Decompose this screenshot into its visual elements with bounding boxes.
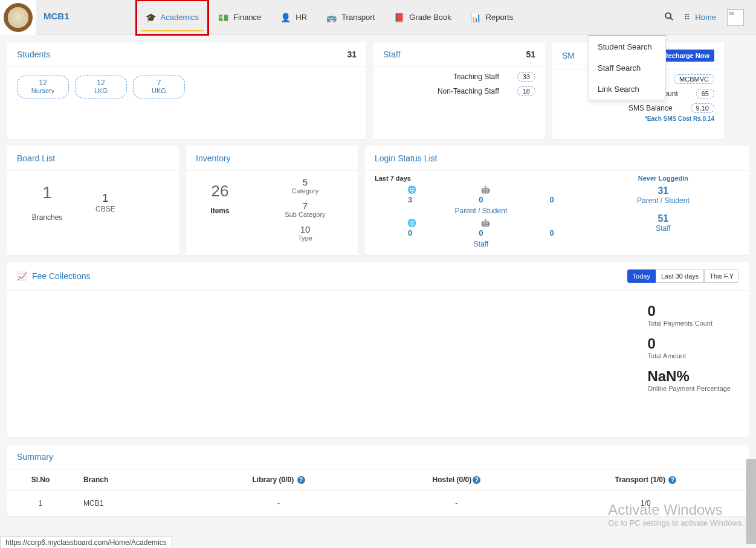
search-link[interactable]: Link Search [589,79,665,100]
cell-branch: MCB1 [74,491,187,517]
tab-transport[interactable]: 🚌 Transport [317,0,384,35]
nonteaching-staff-chip[interactable]: 18 [517,86,535,96]
sms-count-chip[interactable]: 65 [696,89,714,98]
search-student[interactable]: Student Search [589,36,665,57]
class-pill-ukg[interactable]: 7 UKG [133,76,185,98]
sms-balance-chip[interactable]: 9.10 [691,103,714,113]
search-icon[interactable] [665,12,673,22]
amount-total: 0 [647,335,731,352]
sms-balance-row: SMS Balance 9.10 [562,101,714,115]
never-ps-label[interactable]: Parent / Student [587,196,739,205]
nav-right: ⠿ Home [665,0,756,34]
never-ps-count[interactable]: 31 [587,185,739,196]
login-status-card: Login Status List Last 7 days 🌐 🤖 3 0 0 … [365,146,749,255]
svg-line-1 [671,18,673,20]
col-hostel: Hostel (0/0)? [370,469,543,491]
board-card: Board List 1 Branches 1 CBSE [7,146,179,255]
login-status-title[interactable]: Login Status List [375,153,438,163]
fee-title[interactable]: 📈 Fee Collections [17,271,91,281]
summary-title[interactable]: Summary [7,445,749,469]
col-transport: Transport (1/0) ? [543,469,749,491]
never-staff-count[interactable]: 51 [587,213,739,224]
cell-transport: 1/0 [543,491,749,517]
money-icon: 💵 [218,13,228,22]
staff-apple-count[interactable]: 0 [550,228,554,237]
ps-apple-count[interactable]: 0 [550,195,554,204]
brand-name[interactable]: MCB1 [36,0,82,34]
tab-finance[interactable]: 💵 Finance [208,0,271,35]
inventory-items-count: 26 [196,182,244,201]
web-icon: 🌐 [407,185,416,194]
graduation-cap-icon: 🎓 [146,13,156,22]
seg-fy[interactable]: This F.Y [704,269,739,283]
sms-title[interactable]: SM [562,51,575,60]
school-logo[interactable] [4,3,33,32]
class-pill-nursery[interactable]: 12 Nursery [17,76,69,98]
branches-count: 1 [17,183,77,202]
staff-android-count[interactable]: 0 [479,228,483,237]
search-staff[interactable]: Staff Search [589,57,665,79]
tab-hr[interactable]: 👤 HR [271,0,317,35]
help-icon[interactable]: ? [668,476,676,484]
bus-icon: 🚌 [326,13,337,22]
col-branch: Branch [74,469,187,491]
ps-web-count[interactable]: 3 [408,195,412,204]
staff-title[interactable]: Staff [383,50,401,59]
sms-sender-chip[interactable]: MCBMVC [674,74,714,84]
inventory-title[interactable]: Inventory [196,153,231,163]
book-icon: 📕 [394,13,404,22]
tab-academics[interactable]: 🎓 Academics [136,0,209,35]
fee-period-segments: Today Last 30 days This F.Y [627,269,739,283]
tab-label: HR [296,13,307,22]
help-icon[interactable]: ? [297,476,305,484]
staff-count: 51 [526,50,535,59]
teaching-staff-row: Teaching Staff 33 [383,69,535,84]
board-title[interactable]: Board List [17,153,55,163]
col-slno: Sl.No [7,469,74,491]
user-icon: 👤 [280,13,291,22]
search-dropdown: Student Search Staff Search Link Search [589,35,666,100]
seg-today[interactable]: Today [627,269,656,283]
ps-android-count[interactable]: 0 [479,195,483,204]
tab-label: Transport [341,13,375,22]
ps-link[interactable]: Parent / Student [375,207,587,215]
class-pill-lkg[interactable]: 12 LKG [75,76,127,98]
teaching-staff-chip[interactable]: 33 [517,72,535,82]
never-staff-label[interactable]: Staff [587,224,739,233]
board-list-count: 1 [95,192,115,205]
nonteaching-staff-row: Non-Teaching Staff 18 [383,84,535,98]
tab-reports[interactable]: 📊 Reports [461,0,523,35]
help-icon[interactable]: ? [473,476,480,484]
online-pct: NaN% [647,368,731,385]
logo-wrap [0,0,36,35]
summary-table: Sl.No Branch Library (0/0) ? Hostel (0/0… [7,469,749,516]
seg-last30[interactable]: Last 30 days [656,269,704,283]
board-list-label: CBSE [95,205,115,213]
svg-point-0 [666,13,671,18]
payments-count: 0 [647,303,731,320]
staff-card: Staff 51 Teaching Staff 33 Non-Teaching … [373,42,545,139]
inventory-items-label: Items [196,207,244,215]
broken-image-icon[interactable] [727,9,744,26]
staff-link[interactable]: Staff [375,240,587,248]
top-navbar: MCB1 🎓 Academics 💵 Finance 👤 HR 🚌 Transp… [0,0,756,35]
branches-label: Branches [17,213,77,222]
tab-gradebook[interactable]: 📕 Grade Book [384,0,460,35]
home-link[interactable]: ⠿ Home [684,13,716,22]
table-header-row: Sl.No Branch Library (0/0) ? Hostel (0/0… [7,469,749,491]
col-library: Library (0/0) ? [187,469,370,491]
android-icon: 🤖 [481,219,490,227]
staff-web-count[interactable]: 0 [408,228,412,237]
students-title[interactable]: Students [17,50,50,59]
cell-slno: 1 [7,491,74,517]
fee-collections-card: 📈 Fee Collections Today Last 30 days Thi… [7,262,749,437]
last7-label: Last 7 days [375,175,587,182]
scrollbar-thumb[interactable] [746,459,756,530]
summary-card: Summary Sl.No Branch Library (0/0) ? Hos… [7,445,749,516]
students-count: 31 [347,50,357,59]
grid-icon: ⠿ [684,13,690,22]
cell-library: - [187,491,370,517]
nav-tabs: 🎓 Academics 💵 Finance 👤 HR 🚌 Transport 📕… [136,0,523,34]
amount-label: Total Amount [647,352,731,359]
inventory-card: Inventory 26 Items 5 Category 7 Sub Cate… [186,146,358,255]
